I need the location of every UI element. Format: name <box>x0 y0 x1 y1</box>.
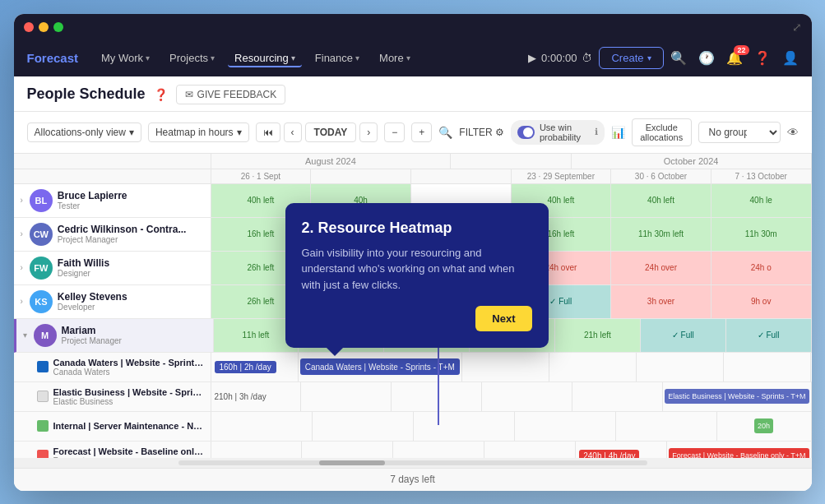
exclude-allocations-button[interactable]: Exclude allocations <box>632 118 692 146</box>
notification-badge: 22 <box>734 45 749 55</box>
main-content: People Schedule ❓ ✉ GIVE FEEDBACK Alloca… <box>14 76 812 491</box>
chevron-right-icon: › <box>21 297 23 306</box>
avatar: M <box>34 324 57 347</box>
win-probability-toggle: Use win probability ℹ <box>511 120 605 145</box>
close-button[interactable] <box>24 22 34 32</box>
date-nav: ⏮ ‹ TODAY › <box>256 123 378 142</box>
cell <box>211 442 303 458</box>
page-header: People Schedule ❓ ✉ GIVE FEEDBACK <box>14 76 812 112</box>
list-item: Elastic Business | Website - Sprints - .… <box>14 382 812 412</box>
eye-icon[interactable]: 👁 <box>787 126 799 139</box>
cell <box>414 412 515 441</box>
chevron-down-icon: ▾ <box>237 127 242 138</box>
month-october: October 2024 <box>572 154 812 169</box>
cell <box>515 412 616 441</box>
help-icon[interactable]: ❓ <box>754 50 771 66</box>
chevron-down-icon: ▾ <box>211 53 215 62</box>
win-probability-switch[interactable] <box>517 126 535 139</box>
app-window: ⤢ Forecast My Work ▾ Projects ▾ Resourci… <box>14 14 812 491</box>
person-label-kelley[interactable]: › KS Kelley Stevens Developer <box>14 285 211 318</box>
nav-item-resourcing[interactable]: Resourcing ▾ <box>228 49 302 67</box>
cell <box>482 382 572 411</box>
cell: Elastic Business | Website - Sprints - T… <box>663 382 811 411</box>
nav-item-mywork[interactable]: My Work ▾ <box>95 49 156 67</box>
cell: 40h left <box>611 184 711 217</box>
project-label: Forecast | Website - Baseline only - T+.… <box>14 442 211 458</box>
week-header: 26 · 1 Sept 23 · 29 September 30 · 6 Oct… <box>14 169 812 184</box>
page-help-icon[interactable]: ❓ <box>154 88 168 101</box>
create-button[interactable]: Create ▾ <box>599 47 663 69</box>
cell: 240h | 4h /day <box>576 442 667 458</box>
chevron-down-icon: ▾ <box>23 331 27 340</box>
search-icon[interactable]: 🔍 <box>438 126 452 139</box>
person-label-cedric[interactable]: › CW Cedric Wilkinson - Contra... Projec… <box>14 218 211 251</box>
project-color <box>37 420 49 432</box>
zoom-in-button[interactable]: + <box>411 123 432 142</box>
zoom-out-button[interactable]: − <box>384 123 405 142</box>
cell: Forecast | Website - Baseline only - T+M <box>667 442 811 458</box>
cell: 24h o <box>711 252 812 284</box>
list-item: Canada Waters | Website - Sprints - ... … <box>14 353 812 382</box>
project-label: Elastic Business | Website - Sprints - .… <box>14 382 211 411</box>
cell <box>392 382 482 411</box>
search-icon[interactable]: 🔍 <box>670 50 687 66</box>
nav-item-finance[interactable]: Finance ▾ <box>308 49 366 67</box>
view-select[interactable]: Allocations-only view ▾ <box>27 123 141 142</box>
toolbar: Allocations-only view ▾ Heatmap in hours… <box>14 112 812 154</box>
cell <box>572 382 663 411</box>
project-color <box>37 450 49 458</box>
cell: 20h <box>717 412 812 441</box>
month-header: August 2024 October 2024 <box>14 154 812 169</box>
profile-icon[interactable]: 👤 <box>782 50 799 66</box>
avatar: CW <box>30 223 53 246</box>
chevron-down-icon: ▾ <box>291 53 295 62</box>
maximize-button[interactable] <box>53 22 63 32</box>
chevron-down-icon: ▾ <box>647 53 651 62</box>
next-button[interactable]: › <box>359 123 378 142</box>
heatmap-select[interactable]: Heatmap in hours ▾ <box>148 123 249 142</box>
week-1: 26 · 1 Sept <box>211 169 312 183</box>
cell <box>211 412 313 441</box>
scrollbar-track[interactable] <box>178 460 647 465</box>
nav-item-projects[interactable]: Projects ▾ <box>163 49 221 67</box>
fullscreen-icon[interactable]: ⤢ <box>792 21 802 34</box>
history-icon[interactable]: 🕐 <box>698 50 715 66</box>
person-label-mariam[interactable]: ▾ M Mariam Project Manager <box>16 319 214 352</box>
month-august: August 2024 <box>211 154 452 169</box>
chevron-right-icon: › <box>21 263 23 272</box>
cell: 11h 30m left <box>611 218 711 251</box>
filter-button[interactable]: FILTER ⚙ <box>459 127 503 138</box>
avatar: KS <box>30 290 53 313</box>
nav-item-more[interactable]: More ▾ <box>373 49 417 67</box>
week-5: 30 · 6 October <box>611 169 711 183</box>
cell <box>313 412 414 441</box>
cell <box>302 442 393 458</box>
chevron-down-icon: ▾ <box>406 53 410 62</box>
filter-icon: ⚙ <box>495 127 504 138</box>
jump-to-start-button[interactable]: ⏮ <box>256 123 280 142</box>
feedback-button[interactable]: ✉ GIVE FEEDBACK <box>176 85 286 104</box>
popup-title: 2. Resource Heatmap <box>302 220 532 237</box>
minimize-button[interactable] <box>39 22 49 32</box>
navbar: Forecast My Work ▾ Projects ▾ Resourcing… <box>14 40 812 76</box>
popup-next-button[interactable]: Next <box>475 306 531 331</box>
prev-button[interactable]: ‹ <box>284 123 302 142</box>
avatar: BL <box>30 189 53 212</box>
play-icon[interactable]: ▶ <box>528 52 536 64</box>
today-button[interactable]: TODAY <box>305 123 357 142</box>
project-color <box>37 361 49 372</box>
cell: 3h over <box>611 285 711 318</box>
timer-icon[interactable]: ⏱ <box>582 52 592 64</box>
list-item: Internal | Server Maintenance - Non-b...… <box>14 412 812 442</box>
grouping-select[interactable]: No grouping <box>698 122 781 143</box>
notifications-bell[interactable]: 🔔 22 <box>726 50 743 66</box>
person-label-faith[interactable]: › FW Faith Willis Designer <box>14 252 211 284</box>
horizontal-scrollbar[interactable] <box>14 458 812 468</box>
person-label-bruce[interactable]: › BL Bruce Lapierre Tester <box>14 184 211 217</box>
cell <box>462 353 549 381</box>
nav-timer: ▶ 0:00:00 ⏱ <box>528 52 592 64</box>
chevron-right-icon: › <box>21 196 23 205</box>
week-3 <box>411 169 512 183</box>
scrollbar-thumb[interactable] <box>319 460 385 465</box>
cell <box>549 353 637 381</box>
